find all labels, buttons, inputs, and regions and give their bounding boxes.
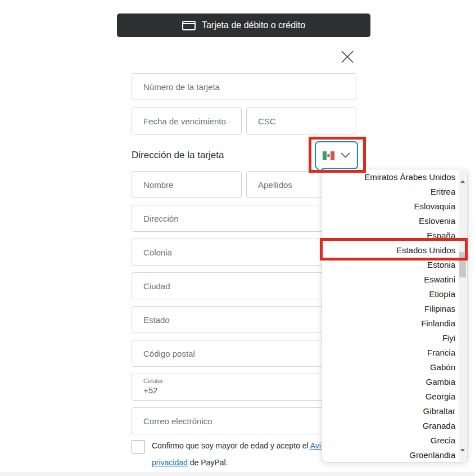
dropdown-item[interactable]: Eswatini [322, 272, 458, 287]
dropdown-item[interactable]: España [322, 228, 458, 243]
debit-credit-card-button[interactable]: Tarjeta de débito o crédito [117, 14, 370, 37]
dropdown-item[interactable]: Granada [322, 419, 458, 433]
credit-card-icon [182, 21, 196, 30]
expiry-date-input[interactable] [132, 107, 242, 134]
csc-input[interactable] [246, 107, 356, 134]
country-dropdown-panel: Emiratos Árabes UnidosEritreaEslovaquiaE… [322, 169, 468, 462]
card-number-input[interactable] [132, 73, 356, 100]
dropdown-item[interactable]: Filipinas [322, 302, 458, 316]
phone-country-code: +52 [143, 385, 345, 396]
card-address-title: Dirección de la tarjeta [132, 150, 224, 161]
dropdown-item[interactable]: Gibraltar [322, 404, 458, 419]
country-selector[interactable] [315, 141, 358, 169]
card-payment-modal: Tarjeta de débito o crédito Dirección de… [0, 0, 475, 476]
scroll-down-icon[interactable] [459, 452, 467, 460]
dropdown-item[interactable]: Estados Unidos [322, 243, 458, 258]
dropdown-item[interactable]: Francia [322, 345, 458, 360]
dropdown-item[interactable]: Gambia [322, 375, 458, 389]
mexico-flag-icon [323, 151, 334, 160]
dropdown-item[interactable]: Etiopía [322, 287, 458, 302]
close-icon[interactable] [340, 50, 355, 64]
dropdown-item[interactable]: Finlandia [322, 316, 458, 331]
phone-label: Celular [143, 378, 345, 385]
dropdown-item[interactable]: Estonia [322, 258, 458, 272]
dropdown-item[interactable]: Grecia [322, 433, 458, 448]
dropdown-item[interactable]: Eslovenia [322, 214, 458, 228]
age-consent-checkbox[interactable] [132, 440, 145, 453]
dropdown-item[interactable]: Eritrea [322, 185, 458, 199]
dropdown-item[interactable]: Georgia [322, 389, 458, 404]
consent-text-before: Confirmo que soy mayor de edad y acepto … [152, 441, 310, 450]
country-dropdown-list: Emiratos Árabes UnidosEritreaEslovaquiaE… [322, 170, 458, 462]
dropdown-item[interactable]: Gabón [322, 360, 458, 375]
dropdown-scrollbar[interactable] [459, 170, 467, 461]
dropdown-item[interactable]: Emiratos Árabes Unidos [322, 170, 458, 185]
debit-credit-card-button-label: Tarjeta de débito o crédito [202, 20, 305, 30]
dropdown-item[interactable]: Eslovaquia [322, 199, 458, 214]
chevron-down-icon [341, 152, 350, 158]
scroll-up-icon[interactable] [459, 172, 467, 179]
dropdown-item[interactable]: Fiyi [322, 331, 458, 345]
dropdown-item[interactable]: Groenlandia [322, 448, 458, 462]
consent-text-after: de PayPal. [188, 458, 228, 467]
first-name-input[interactable] [132, 171, 242, 198]
scrollbar-thumb[interactable] [459, 252, 466, 277]
bottom-strip [0, 473, 475, 476]
